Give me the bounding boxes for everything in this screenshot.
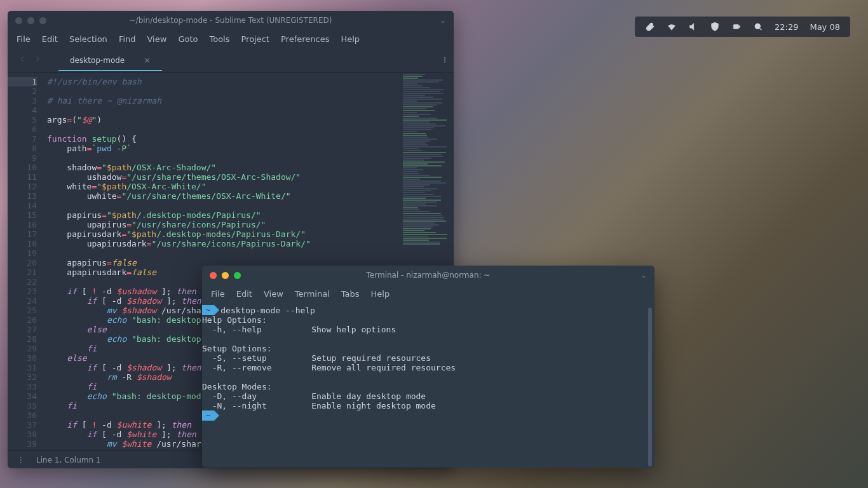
close-icon[interactable] (210, 272, 217, 279)
tab-close-icon[interactable]: × (144, 55, 151, 65)
menu-help[interactable]: Help (341, 34, 360, 44)
svg-point-2 (755, 24, 760, 29)
nav-forward-icon[interactable] (33, 54, 42, 66)
menu-file[interactable]: File (211, 289, 225, 299)
maximize-icon[interactable] (39, 17, 46, 24)
menu-file[interactable]: File (17, 34, 31, 44)
window-title: ~/bin/desktop-mode - Sublime Text (UNREG… (130, 16, 332, 25)
system-tray: 22:29 May 08 (635, 17, 850, 37)
minimize-icon[interactable] (222, 272, 229, 279)
close-icon[interactable] (15, 17, 22, 24)
search-icon[interactable] (753, 22, 763, 32)
maximize-icon[interactable] (234, 272, 241, 279)
scrollbar[interactable] (648, 308, 652, 466)
shell-command: desktop-mode --help (220, 306, 315, 315)
chevron-down-icon[interactable]: ⌄ (641, 271, 647, 280)
cursor-position: Line 1, Column 1 (36, 456, 101, 464)
terminal-titlebar[interactable]: Terminal - nizarmah@norman: ~ ⌄ (202, 266, 654, 285)
terminal-menubar: FileEditViewTerminalTabsHelp (202, 285, 654, 302)
traffic-lights (15, 17, 46, 24)
tray-clock[interactable]: 22:29 (775, 22, 798, 32)
window-title: Terminal - nizarmah@norman: ~ (367, 271, 491, 280)
menu-help[interactable]: Help (371, 289, 390, 299)
tab-row: desktop-mode × ⋯ (8, 48, 454, 73)
menu-find[interactable]: Find (119, 34, 136, 44)
menu-tools[interactable]: Tools (209, 34, 229, 44)
shell-prompt: ~ (202, 410, 214, 421)
menu-view[interactable]: View (264, 289, 283, 299)
statusbar-menu-icon[interactable]: ⋯ (17, 456, 25, 464)
wifi-icon[interactable] (667, 22, 677, 32)
shell-output: Help Options: -h, --help Show help optio… (202, 315, 654, 410)
sublime-menubar: FileEditSelectionFindViewGotoToolsProjec… (8, 30, 454, 48)
sublime-titlebar[interactable]: ~/bin/desktop-mode - Sublime Text (UNREG… (8, 11, 454, 30)
menu-view[interactable]: View (147, 34, 167, 44)
nav-back-icon[interactable] (18, 54, 27, 66)
menu-selection[interactable]: Selection (69, 34, 107, 44)
menu-goto[interactable]: Goto (178, 34, 198, 44)
menu-tabs[interactable]: Tabs (341, 289, 360, 299)
paperclip-icon[interactable] (645, 22, 655, 32)
menu-preferences[interactable]: Preferences (281, 34, 329, 44)
shield-icon[interactable] (710, 22, 720, 32)
menu-edit[interactable]: Edit (42, 34, 58, 44)
tray-date[interactable]: May 08 (810, 22, 840, 32)
menu-project[interactable]: Project (241, 34, 269, 44)
tab-overflow-icon[interactable]: ⋯ (439, 57, 451, 64)
terminal-window: Terminal - nizarmah@norman: ~ ⌄ FileEdit… (202, 266, 654, 468)
traffic-lights (210, 272, 241, 279)
menu-terminal[interactable]: Terminal (295, 289, 330, 299)
svg-rect-1 (739, 26, 740, 28)
shell-prompt: ~ (202, 305, 214, 315)
battery-icon[interactable] (731, 22, 742, 32)
chevron-down-icon[interactable]: ⌄ (440, 16, 446, 25)
svg-rect-0 (733, 25, 738, 29)
tab-label: desktop-mode (70, 56, 125, 65)
minimize-icon[interactable] (27, 17, 34, 24)
terminal-body[interactable]: ~ desktop-mode --help Help Options: -h, … (202, 302, 654, 468)
menu-edit[interactable]: Edit (236, 289, 252, 299)
line-gutter: 1234567891011121314151617181920212223242… (8, 73, 43, 451)
volume-icon[interactable] (688, 22, 698, 32)
tab-active[interactable]: desktop-mode × (58, 49, 162, 71)
